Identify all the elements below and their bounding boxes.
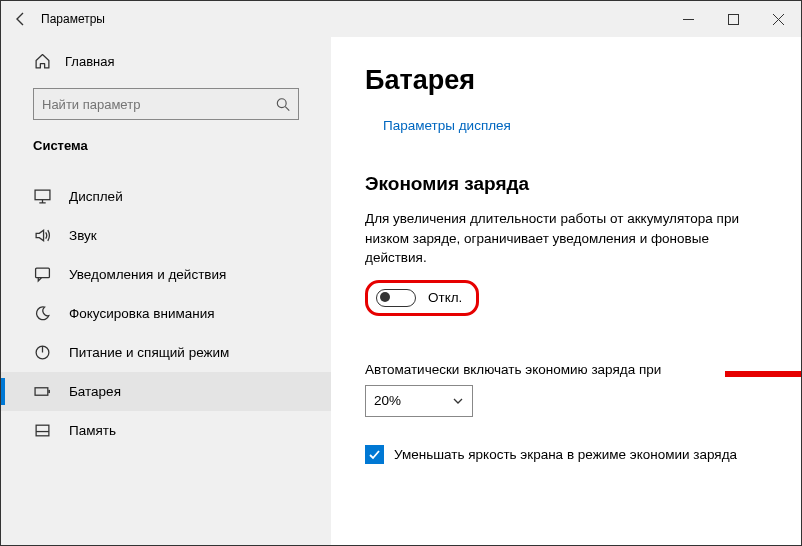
- sidebar-item-label: Батарея: [69, 384, 121, 399]
- sidebar-item-label: Фокусировка внимания: [69, 306, 215, 321]
- battery-saver-title: Экономия заряда: [365, 173, 767, 195]
- brightness-checkbox-row[interactable]: Уменьшать яркость экрана в режиме эконом…: [365, 445, 767, 464]
- sidebar-item-storage[interactable]: Память: [1, 411, 331, 450]
- page-title: Батарея: [365, 65, 767, 96]
- sidebar-item-focus[interactable]: Фокусировка внимания: [1, 294, 331, 333]
- sidebar-item-label: Дисплей: [69, 189, 123, 204]
- sidebar-item-power[interactable]: Питание и спящий режим: [1, 333, 331, 372]
- window-controls: [666, 1, 801, 37]
- svg-point-1: [277, 98, 286, 107]
- display-params-link[interactable]: Параметры дисплея: [365, 118, 767, 133]
- toggle-knob: [380, 292, 390, 302]
- auto-on-label: Автоматически включать экономию заряда п…: [365, 362, 767, 377]
- minimize-button[interactable]: [666, 1, 711, 37]
- content-area: Батарея Параметры дисплея Экономия заряд…: [331, 37, 801, 545]
- chevron-down-icon: [452, 395, 464, 407]
- search-field[interactable]: [42, 97, 276, 112]
- home-label: Главная: [65, 54, 114, 69]
- svg-rect-2: [35, 190, 50, 200]
- toggle-state-label: Откл.: [428, 290, 462, 305]
- auto-on-value: 20%: [374, 393, 401, 408]
- battery-saver-toggle[interactable]: Откл.: [365, 280, 479, 316]
- chat-icon: [33, 266, 51, 283]
- svg-rect-6: [48, 390, 50, 393]
- sidebar-item-display[interactable]: Дисплей: [1, 177, 331, 216]
- nav-list: Дисплей Звук Уведомления и действия Фоку…: [1, 177, 331, 450]
- sidebar-item-notifications[interactable]: Уведомления и действия: [1, 255, 331, 294]
- sidebar-item-label: Звук: [69, 228, 97, 243]
- sound-icon: [33, 227, 51, 244]
- auto-on-select[interactable]: 20%: [365, 385, 473, 417]
- storage-icon: [33, 422, 51, 439]
- sidebar-item-battery[interactable]: Батарея: [1, 372, 331, 411]
- monitor-icon: [33, 188, 51, 205]
- window-title: Параметры: [41, 12, 105, 26]
- home-icon: [33, 53, 51, 70]
- brightness-checkbox[interactable]: [365, 445, 384, 464]
- back-button[interactable]: [1, 1, 41, 37]
- arrow-left-icon: [13, 11, 29, 27]
- sidebar-item-label: Память: [69, 423, 116, 438]
- close-icon: [773, 14, 784, 25]
- power-icon: [33, 344, 51, 361]
- svg-rect-3: [35, 268, 49, 278]
- sidebar-item-label: Уведомления и действия: [69, 267, 226, 282]
- svg-rect-7: [36, 425, 49, 436]
- moon-icon: [33, 305, 51, 322]
- check-icon: [368, 448, 381, 461]
- sidebar: Главная Система Дисплей Звук Уведомления…: [1, 37, 331, 545]
- home-nav[interactable]: Главная: [1, 43, 331, 80]
- svg-rect-5: [35, 388, 48, 395]
- titlebar: Параметры: [1, 1, 801, 37]
- close-button[interactable]: [756, 1, 801, 37]
- search-icon: [276, 97, 290, 112]
- search-input[interactable]: [33, 88, 299, 120]
- toggle-switch[interactable]: [376, 289, 416, 307]
- sidebar-item-sound[interactable]: Звук: [1, 216, 331, 255]
- svg-rect-0: [729, 14, 739, 24]
- maximize-icon: [728, 14, 739, 25]
- brightness-checkbox-label: Уменьшать яркость экрана в режиме эконом…: [394, 447, 737, 462]
- section-label: Система: [1, 134, 331, 163]
- minimize-icon: [683, 14, 694, 25]
- maximize-button[interactable]: [711, 1, 756, 37]
- battery-icon: [33, 383, 51, 400]
- battery-saver-desc: Для увеличения длительности работы от ак…: [365, 209, 745, 268]
- sidebar-item-label: Питание и спящий режим: [69, 345, 229, 360]
